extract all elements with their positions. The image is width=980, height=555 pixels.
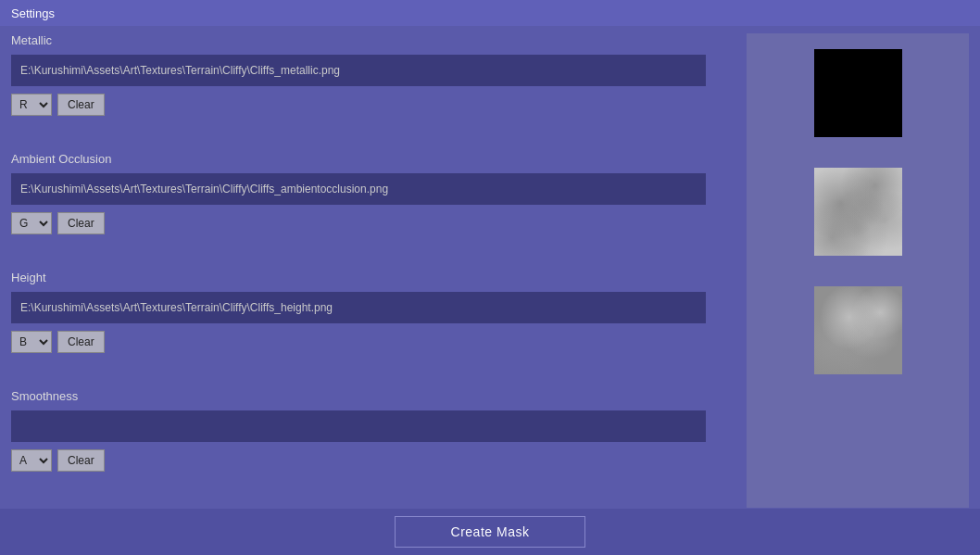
section-smoothness: Smoothness R G B A Clear — [11, 389, 969, 508]
smoothness-channel-select[interactable]: R G B A — [11, 449, 52, 472]
smoothness-preview-image — [814, 405, 902, 493]
smoothness-preview — [747, 389, 969, 508]
title-bar-label: Settings — [11, 6, 55, 20]
height-clear-button[interactable]: Clear — [57, 331, 105, 353]
metallic-input[interactable] — [11, 55, 706, 86]
metallic-channel-select[interactable]: R G B A — [11, 94, 52, 116]
section-metallic: Metallic R G B A Clear — [11, 33, 969, 152]
section-height-left: Height R G B A Clear — [11, 271, 747, 389]
smoothness-controls: R G B A Clear — [11, 449, 747, 472]
section-smoothness-left: Smoothness R G B A Clear — [11, 389, 747, 508]
smoothness-label: Smoothness — [11, 389, 747, 403]
height-channel-select[interactable]: R G B A — [11, 331, 52, 353]
smoothness-clear-button[interactable]: Clear — [57, 449, 105, 472]
ao-channel-select[interactable]: R G B A — [11, 212, 52, 234]
ao-clear-button[interactable]: Clear — [57, 212, 105, 234]
metallic-clear-button[interactable]: Clear — [57, 94, 105, 116]
metallic-preview — [747, 33, 969, 152]
main-content: Metallic R G B A Clear Ambient Occlusion — [0, 26, 980, 509]
section-ao: Ambient Occlusion R G B A Clear — [11, 152, 969, 271]
height-noise-overlay — [814, 286, 902, 374]
title-bar: Settings — [0, 0, 980, 26]
section-ao-left: Ambient Occlusion R G B A Clear — [11, 152, 747, 271]
height-preview-image — [814, 286, 902, 374]
height-input[interactable] — [11, 292, 706, 323]
ao-noise-overlay — [814, 168, 902, 256]
height-label: Height — [11, 271, 747, 284]
ao-input[interactable] — [11, 173, 706, 205]
section-height: Height R G B A Clear — [11, 271, 969, 389]
metallic-label: Metallic — [11, 33, 747, 47]
ao-controls: R G B A Clear — [11, 212, 747, 234]
smoothness-input[interactable] — [11, 410, 706, 442]
ao-preview — [747, 152, 969, 271]
ao-label: Ambient Occlusion — [11, 152, 747, 166]
metallic-preview-image — [814, 49, 902, 137]
height-preview — [747, 271, 969, 389]
bottom-bar: Create Mask — [0, 509, 980, 555]
metallic-controls: R G B A Clear — [11, 94, 747, 116]
ao-preview-image — [814, 168, 902, 256]
height-controls: R G B A Clear — [11, 331, 747, 353]
create-mask-button[interactable]: Create Mask — [395, 516, 586, 548]
section-metallic-left: Metallic R G B A Clear — [11, 33, 747, 152]
